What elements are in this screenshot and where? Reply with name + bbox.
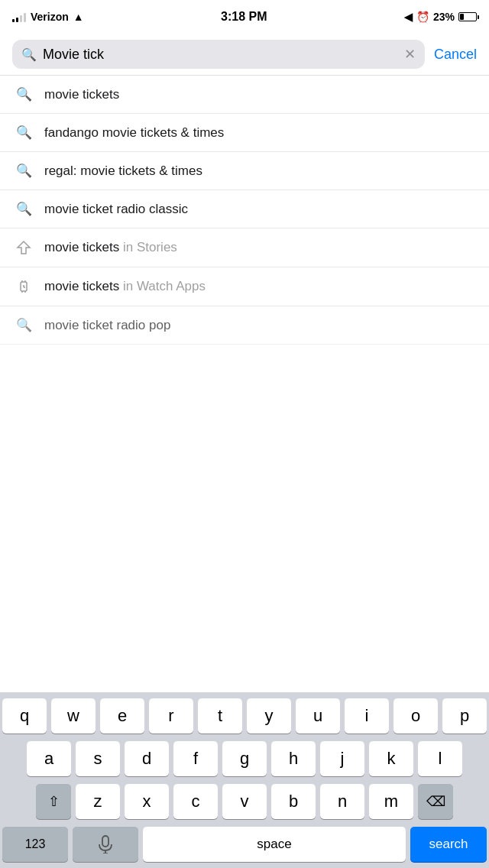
search-icon: 🔍	[15, 201, 32, 217]
key-v[interactable]: v	[222, 784, 267, 819]
search-button[interactable]: search	[410, 827, 487, 862]
suggestion-text: movie ticket radio pop	[44, 318, 170, 333]
key-i[interactable]: i	[345, 698, 389, 734]
suggestion-text: movie tickets in Watch Apps	[44, 279, 206, 294]
key-y[interactable]: y	[247, 698, 291, 734]
battery-percent: 23%	[433, 11, 455, 23]
key-l[interactable]: l	[418, 741, 462, 776]
key-z[interactable]: z	[76, 784, 120, 819]
cancel-button[interactable]: Cancel	[434, 47, 477, 63]
carrier-label: Verizon	[31, 11, 69, 23]
search-icon: 🔍	[15, 163, 32, 179]
suggestion-text: fandango movie tickets & times	[44, 125, 224, 141]
suggestion-text: movie tickets in Stories	[44, 240, 177, 255]
battery-icon	[458, 12, 477, 21]
keyboard: q w e r t y u i o p a s d f g h j k l ⇧ …	[0, 692, 489, 868]
search-icon: 🔍	[15, 317, 32, 333]
mic-key[interactable]	[73, 827, 138, 862]
key-f[interactable]: f	[173, 741, 218, 776]
status-left: Verizon ▲	[12, 11, 84, 23]
list-item[interactable]: 🔍 movie ticket radio classic	[0, 190, 489, 228]
search-icon: 🔍	[21, 47, 37, 62]
search-bar: 🔍 ✕ Cancel	[0, 34, 489, 76]
list-item[interactable]: movie tickets in Stories	[0, 228, 489, 267]
search-input-wrapper[interactable]: 🔍 ✕	[12, 40, 425, 69]
wifi-icon: ▲	[73, 11, 84, 23]
suggestion-text: movie ticket radio classic	[44, 202, 188, 217]
keyboard-row-3: ⇧ z x c v b n m ⌫	[2, 784, 487, 819]
key-x[interactable]: x	[125, 784, 169, 819]
suggestion-text: regal: movie tickets & times	[44, 164, 202, 179]
key-w[interactable]: w	[51, 698, 96, 734]
key-j[interactable]: j	[320, 741, 364, 776]
list-item[interactable]: 🔍 regal: movie tickets & times	[0, 152, 489, 190]
search-icon: 🔍	[15, 125, 32, 141]
suggestion-text: movie tickets	[44, 87, 119, 102]
search-icon: 🔍	[15, 86, 32, 102]
key-a[interactable]: a	[27, 741, 71, 776]
key-c[interactable]: c	[173, 784, 218, 819]
search-input[interactable]	[43, 47, 398, 63]
svg-rect-7	[102, 836, 108, 847]
key-r[interactable]: r	[149, 698, 193, 734]
key-g[interactable]: g	[222, 741, 267, 776]
space-key[interactable]: space	[143, 827, 406, 862]
shift-key[interactable]: ⇧	[36, 784, 71, 819]
location-icon: ◀	[404, 11, 413, 23]
suggestions-list: 🔍 movie tickets 🔍 fandango movie tickets…	[0, 76, 489, 345]
key-s[interactable]: s	[76, 741, 120, 776]
numbers-key[interactable]: 123	[2, 827, 68, 862]
signal-bars-icon	[12, 11, 26, 22]
key-b[interactable]: b	[271, 784, 316, 819]
stories-icon	[15, 239, 32, 256]
key-u[interactable]: u	[296, 698, 340, 734]
status-time: 3:18 PM	[221, 10, 267, 24]
key-t[interactable]: t	[198, 698, 242, 734]
watch-icon	[15, 278, 32, 295]
clear-button[interactable]: ✕	[404, 46, 416, 63]
keyboard-bottom-row: 123 space search	[2, 827, 487, 862]
keyboard-row-1: q w e r t y u i o p	[2, 698, 487, 734]
list-item[interactable]: 🔍 fandango movie tickets & times	[0, 114, 489, 152]
list-item[interactable]: 🔍 movie tickets	[0, 76, 489, 114]
list-item[interactable]: movie tickets in Watch Apps	[0, 267, 489, 306]
key-n[interactable]: n	[320, 784, 364, 819]
list-item[interactable]: 🔍 movie ticket radio pop	[0, 306, 489, 345]
alarm-icon: ⏰	[416, 11, 429, 23]
key-p[interactable]: p	[442, 698, 487, 734]
keyboard-row-2: a s d f g h j k l	[2, 741, 487, 776]
delete-key[interactable]: ⌫	[418, 784, 453, 819]
status-right: ◀ ⏰ 23%	[404, 11, 477, 23]
key-d[interactable]: d	[125, 741, 169, 776]
status-bar: Verizon ▲ 3:18 PM ◀ ⏰ 23%	[0, 0, 489, 34]
key-e[interactable]: e	[100, 698, 144, 734]
key-m[interactable]: m	[369, 784, 413, 819]
key-q[interactable]: q	[2, 698, 47, 734]
key-o[interactable]: o	[393, 698, 438, 734]
key-h[interactable]: h	[271, 741, 316, 776]
key-k[interactable]: k	[369, 741, 413, 776]
